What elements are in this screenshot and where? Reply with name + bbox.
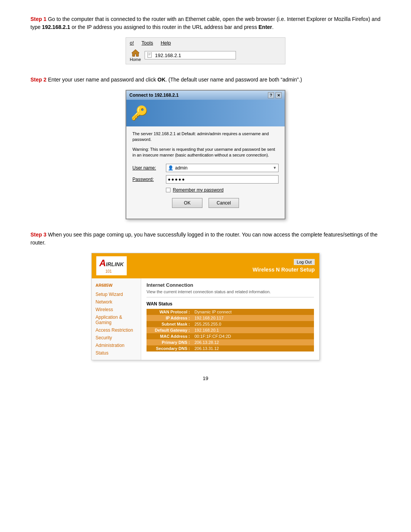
router-layout: AR685W Setup Wizard Network Wireless App… (92, 278, 319, 360)
username-row: User name: 👤 admin ▼ (132, 164, 279, 172)
password-input[interactable]: ●●●●● (166, 175, 279, 184)
wan-status-title: WAN Status (147, 301, 314, 307)
step2-label: Step 2 (30, 77, 46, 83)
step1-block: Step 1 Go to the computer that is connec… (30, 15, 381, 64)
nav-wireless[interactable]: Wireless (92, 306, 141, 313)
username-value: admin (175, 165, 188, 171)
router-title: Wireless N Router Setup (253, 267, 315, 273)
browser-menu-help: Help (161, 40, 171, 46)
step2-text: Enter your user name and password and cl… (46, 77, 158, 83)
page-icon (147, 52, 153, 58)
svg-marker-0 (132, 50, 139, 56)
nav-application-gaming[interactable]: Application & Gaming (92, 313, 141, 326)
browser-menu-o: o! (130, 40, 134, 46)
dialog-titlebar: Connect to 192.168.2.1 ? ✕ (126, 91, 285, 100)
dialog-titlebar-buttons: ? ✕ (268, 92, 282, 98)
router-content: Internet Connection View the current int… (141, 278, 319, 360)
nav-network[interactable]: Network (92, 298, 141, 306)
wan-table: WAN Protocol :Dynamic IP connectIP Addre… (147, 309, 314, 351)
router-sidebar: AR685W Setup Wizard Network Wireless App… (92, 278, 141, 360)
username-label: User name: (132, 165, 163, 171)
wan-row: Subnet Mask :255.255.255.0 (147, 321, 314, 327)
browser-address-row: Home 192.168.2.1 (130, 49, 281, 62)
help-button[interactable]: ? (268, 92, 274, 98)
step2-text2: . (The default user name and password ar… (166, 77, 302, 83)
address-box[interactable]: 192.168.2.1 (145, 51, 236, 59)
user-icon: 👤 (168, 165, 174, 171)
svg-rect-4 (148, 55, 150, 55)
router-ui: AIRLINK 101 Log Out Wireless N Router Se… (91, 253, 320, 360)
step1-bold1: 192.168.2.1 (42, 24, 70, 30)
step2-bold1: OK (158, 77, 166, 83)
wan-row: Default Gateway :192.168.20.1 (147, 327, 314, 333)
browser-mockup: o! Tools Help Home 192.168.2.1 (126, 37, 285, 64)
password-row: Password: ●●●●● (132, 175, 279, 184)
home-icon (131, 49, 140, 57)
svg-rect-3 (148, 54, 151, 54)
dialog-info-text: The server 192.168.2.1 at Default: admin… (132, 131, 279, 143)
wan-row: IP Address :192.168.20.117 (147, 315, 314, 321)
step1-label: Step 1 (30, 16, 46, 22)
step3-text: When you see this page coming up, you ha… (30, 232, 378, 246)
home-label: Home (130, 57, 141, 62)
router-header: AIRLINK 101 Log Out Wireless N Router Se… (92, 253, 319, 278)
wan-row: Primary DNS :206.13.28.12 (147, 339, 314, 345)
dialog-warning-text: Warning: This server is requesting that … (132, 147, 279, 158)
close-button[interactable]: ✕ (276, 92, 282, 98)
remember-checkbox[interactable] (166, 188, 170, 192)
nav-administration[interactable]: Administration (92, 342, 141, 349)
router-header-right: Log Out Wireless N Router Setup (253, 259, 315, 273)
logout-button[interactable]: Log Out (294, 259, 315, 265)
password-label: Password: (132, 177, 163, 182)
wan-row: MAC Address :00:1F:1F:CF:D4:2D (147, 333, 314, 339)
password-value: ●●●●● (168, 177, 185, 182)
logo-irlink: IRLINK (106, 261, 124, 267)
nav-access-restriction[interactable]: Access Restriction (92, 326, 141, 334)
username-input[interactable]: 👤 admin ▼ (166, 164, 279, 172)
remember-label: Remember my password (173, 187, 223, 193)
logo-101: 101 (105, 269, 112, 273)
dialog-buttons: OK Cancel (132, 198, 279, 214)
address-value: 192.168.2.1 (155, 53, 181, 58)
section-desc: View the current internet connection sta… (147, 289, 314, 297)
browser-menu-bar: o! Tools Help (130, 40, 281, 46)
dropdown-arrow-icon: ▼ (273, 166, 277, 170)
cancel-button[interactable]: Cancel (209, 198, 239, 208)
nav-setup-wizard[interactable]: Setup Wizard (92, 291, 141, 298)
step1-text3: . (272, 24, 274, 30)
wan-row: WAN Protocol :Dynamic IP connect (147, 309, 314, 315)
home-button[interactable]: Home (130, 49, 141, 62)
logo-a: A (99, 258, 106, 268)
nav-status[interactable]: Status (92, 349, 141, 357)
step2-block: Step 2 Enter your user name and password… (30, 76, 381, 219)
remember-row: Remember my password (166, 187, 279, 193)
page-number: 19 (30, 375, 381, 381)
ok-button[interactable]: OK (172, 198, 202, 208)
dialog-header-banner: 🔑 (126, 100, 285, 126)
key-icon: 🔑 (131, 105, 148, 121)
step1-bold2: Enter (258, 24, 272, 30)
nav-security[interactable]: Security (92, 334, 141, 342)
step1-text2: or the IP address you assigned to this r… (70, 24, 258, 30)
dialog-body: The server 192.168.2.1 at Default: admin… (126, 126, 285, 219)
svg-rect-2 (148, 53, 151, 54)
dialog-title: Connect to 192.168.2.1 (129, 93, 178, 98)
router-logo: AIRLINK 101 (96, 256, 127, 275)
step3-block: Step 3 When you see this page coming up,… (30, 231, 381, 360)
login-dialog: Connect to 192.168.2.1 ? ✕ 🔑 The server … (126, 90, 285, 219)
router-model: AR685W (92, 281, 141, 291)
section-title: Internet Connection (147, 282, 314, 288)
wan-row: Secondary DNS :206.13.31.12 (147, 345, 314, 351)
step3-label: Step 3 (30, 232, 46, 238)
browser-menu-tools: Tools (142, 40, 153, 46)
